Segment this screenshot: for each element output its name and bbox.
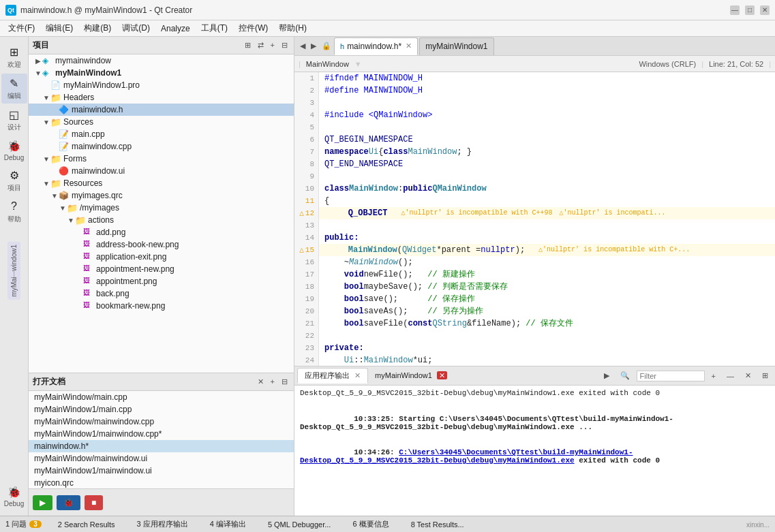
code-line-22 bbox=[319, 330, 775, 342]
stop-button[interactable]: ■ bbox=[85, 495, 103, 510]
output-tab-app[interactable]: 应用程序输出 ✕ bbox=[297, 368, 368, 384]
tree-item-bookmarknewpng[interactable]: 🖼 bookmark-new.png bbox=[29, 300, 294, 312]
sidebar-item-edit[interactable]: ✎ 编辑 bbox=[1, 74, 27, 104]
tab-mainwindow-h[interactable]: h mainwindow.h* ✕ bbox=[334, 37, 418, 55]
open-doc-1[interactable]: myMainWindow1/main.cpp bbox=[29, 403, 294, 416]
menu-file[interactable]: 文件(F) bbox=[3, 21, 40, 35]
tree-label-headers: Headers bbox=[63, 93, 94, 102]
sidebar-context-label[interactable]: myMai···window1 bbox=[7, 242, 20, 300]
tree-item-maincpp[interactable]: 📝 main.cpp bbox=[29, 128, 294, 140]
open-doc-6[interactable]: myMainWindow1/mainwindow.ui bbox=[29, 465, 294, 477]
project-settings-btn[interactable]: ⊟ bbox=[279, 40, 290, 50]
open-doc-3[interactable]: myMainWindow1/mainwindow.cpp* bbox=[29, 428, 294, 440]
tab-nav-forward[interactable]: ▶ bbox=[308, 40, 319, 52]
status-test-results[interactable]: 8 Test Results... bbox=[406, 519, 470, 530]
tree-item-addpng[interactable]: 🖼 add.png bbox=[29, 226, 294, 238]
output-content[interactable]: Desktop_Qt_5_9_9_MSVC2015_32bit-Debug\de… bbox=[294, 386, 775, 516]
open-doc-5[interactable]: myMainWindow/mainwindow.ui bbox=[29, 452, 294, 465]
open-docs-close-btn[interactable]: ✕ bbox=[256, 377, 266, 387]
code-line-24: Ui::MainWindow *ui; bbox=[319, 354, 775, 366]
code-line-11: { bbox=[319, 195, 775, 207]
tree-item-resources[interactable]: ▼ 📁 Resources bbox=[29, 177, 294, 189]
output-toolbar-expand[interactable]: ⊞ bbox=[758, 370, 772, 381]
run-button[interactable]: ▶ bbox=[33, 495, 52, 510]
status-compile-output[interactable]: 4 编译输出 bbox=[204, 518, 252, 531]
tree-arrow-mymainwindow: ▶ bbox=[34, 57, 42, 65]
output-toolbar-minus[interactable]: — bbox=[723, 371, 738, 381]
output-toolbar-plus[interactable]: + bbox=[708, 371, 720, 381]
tree-icon-appointmentnewpng: 🖼 bbox=[83, 264, 94, 274]
tree-item-mymainwindow1[interactable]: ▼ ◈ myMainWindow1 bbox=[29, 67, 294, 79]
open-docs-add-btn[interactable]: + bbox=[269, 377, 277, 387]
minimize-button[interactable]: — bbox=[730, 5, 740, 15]
project-sync-btn[interactable]: ⇄ bbox=[256, 40, 266, 50]
tab-close-mainwindow-h[interactable]: ✕ bbox=[406, 42, 412, 50]
tree-item-mainwindowh[interactable]: 🔷 mainwindow.h bbox=[29, 104, 294, 116]
tree-item-mainwindowui[interactable]: 🔴 mainwindow.ui bbox=[29, 165, 294, 177]
tab-mymainwindow1[interactable]: myMainWindow1 bbox=[419, 37, 493, 55]
ln-11: 11 bbox=[299, 195, 314, 207]
code-content[interactable]: #ifndef MAINWINDOW_H #define MAINWINDOW_… bbox=[319, 72, 775, 366]
output-tab-mymainwindow1-close[interactable]: ✕ bbox=[437, 371, 447, 379]
sidebar-item-help[interactable]: ? 帮助 bbox=[1, 197, 27, 227]
sidebar-item-project[interactable]: ⚙ 项目 bbox=[1, 166, 27, 195]
sidebar-item-debug2[interactable]: 🐞 Debug bbox=[1, 482, 27, 510]
tree-item-sources[interactable]: ▼ 📁 Sources bbox=[29, 116, 294, 128]
main-layout: ⊞ 欢迎 ✎ 编辑 ◱ 设计 🐞 Debug ⚙ 项目 ? 帮助 myMai··… bbox=[0, 37, 775, 516]
tree-item-mainwindowcpp[interactable]: 📝 mainwindow.cpp bbox=[29, 140, 294, 153]
tree-icon-actions: 📁 bbox=[75, 215, 86, 225]
sidebar-item-design[interactable]: ◱ 设计 bbox=[1, 105, 27, 135]
tree-item-myimagesqrc[interactable]: ▼ 📦 myimages.qrc bbox=[29, 189, 294, 202]
menu-build[interactable]: 构建(B) bbox=[78, 21, 117, 35]
tree-item-myimages[interactable]: ▼ 📁 /myimages bbox=[29, 202, 294, 214]
status-summary[interactable]: 6 概要信息 bbox=[347, 518, 394, 531]
open-doc-4[interactable]: mainwindow.h* bbox=[29, 440, 294, 452]
open-doc-7[interactable]: myicon.qrc bbox=[29, 477, 294, 488]
status-app-output[interactable]: 3 应用程序输出 bbox=[132, 518, 194, 531]
tab-nav-lock[interactable]: 🔒 bbox=[319, 40, 334, 52]
tree-item-appointmentnewpng[interactable]: 🖼 appointment-new.png bbox=[29, 263, 294, 275]
tree-item-actions[interactable]: ▼ 📁 actions bbox=[29, 214, 294, 226]
output-tabs: 应用程序输出 ✕ myMainWindow1 ✕ ▶ 🔍 + — ✕ bbox=[294, 366, 775, 386]
output-toolbar-run[interactable]: ▶ bbox=[600, 370, 613, 381]
status-search-results[interactable]: 2 Search Results bbox=[52, 519, 121, 530]
menu-help[interactable]: 帮助(H) bbox=[273, 21, 312, 35]
menu-tools[interactable]: 工具(T) bbox=[196, 21, 233, 35]
tree-item-forms[interactable]: ▼ 📁 Forms bbox=[29, 153, 294, 165]
sidebar-item-debug[interactable]: 🐞 Debug bbox=[1, 136, 27, 164]
open-doc-0[interactable]: myMainWindow/main.cpp bbox=[29, 391, 294, 403]
tree-item-mymainwindow[interactable]: ▶ ◈ mymainwindow bbox=[29, 54, 294, 67]
debug-button[interactable]: 🐞 bbox=[57, 495, 80, 510]
tree-item-pro[interactable]: 📄 myMainWindow1.pro bbox=[29, 79, 294, 91]
close-button[interactable]: ✕ bbox=[760, 5, 770, 15]
project-add-btn[interactable]: + bbox=[269, 40, 277, 50]
status-qml-debugger[interactable]: 5 QML Debugger... bbox=[262, 519, 337, 530]
tab-nav-back[interactable]: ◀ bbox=[297, 40, 308, 52]
code-editor[interactable]: 1 2 3 4 5 6 7 8 9 10 11 △12 13 14 △15 16 bbox=[294, 72, 775, 366]
output-filter-input[interactable] bbox=[637, 371, 705, 381]
menu-control[interactable]: 控件(W) bbox=[233, 21, 273, 35]
menu-analyze[interactable]: Analyze bbox=[155, 22, 196, 35]
output-toolbar-close[interactable]: ✕ bbox=[741, 370, 755, 381]
tree-item-addressbooknewpng[interactable]: 🖼 address-book-new.png bbox=[29, 238, 294, 251]
menu-edit[interactable]: 编辑(E) bbox=[40, 21, 78, 35]
tree-item-headers[interactable]: ▼ 📁 Headers bbox=[29, 91, 294, 104]
tree-label-addressbooknewpng: address-book-new.png bbox=[96, 240, 179, 249]
sidebar-item-welcome[interactable]: ⊞ 欢迎 bbox=[1, 42, 27, 72]
project-filter-btn[interactable]: ⊞ bbox=[243, 40, 253, 50]
tree-item-backpng[interactable]: 🖼 back.png bbox=[29, 287, 294, 300]
ln-23: 23 bbox=[299, 342, 314, 354]
code-line-1: #ifndef MAINWINDOW_H bbox=[319, 72, 775, 84]
menu-debug[interactable]: 调试(D) bbox=[117, 21, 155, 35]
tree-icon-resources: 📁 bbox=[50, 178, 61, 188]
output-tab-app-close[interactable]: ✕ bbox=[354, 371, 361, 379]
maximize-button[interactable]: □ bbox=[745, 5, 755, 15]
tree-item-applicationexitpng[interactable]: 🖼 application-exit.png bbox=[29, 251, 294, 263]
output-link-1[interactable]: C:\Users\34045\Documents\QTtest\build-my… bbox=[300, 448, 633, 465]
open-doc-2[interactable]: myMainWindow/mainwindow.cpp bbox=[29, 416, 294, 428]
tree-arrow-mymainwindow1: ▼ bbox=[34, 69, 42, 77]
ln-17: 17 bbox=[299, 268, 314, 281]
tree-item-appointmentpng[interactable]: 🖼 appointment.png bbox=[29, 275, 294, 287]
output-tab-mymainwindow1[interactable]: myMainWindow1 ✕ bbox=[368, 369, 454, 382]
open-docs-minus-btn[interactable]: ⊟ bbox=[279, 377, 290, 387]
